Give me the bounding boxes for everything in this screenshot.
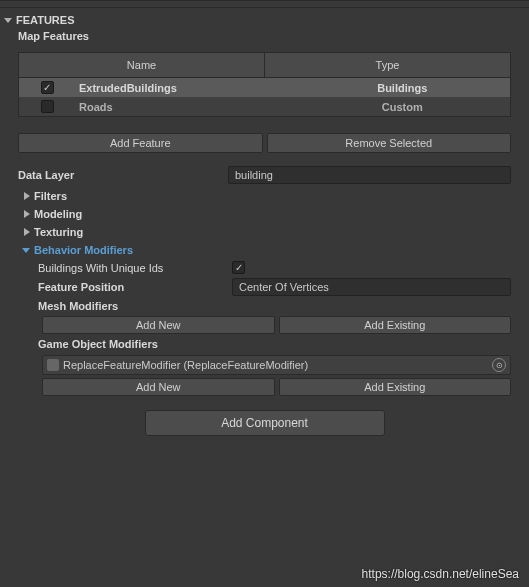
filters-label: Filters [34, 190, 67, 202]
gameobject-add-existing-button[interactable]: Add Existing [279, 378, 512, 396]
table-row[interactable]: ✓ ExtrudedBuildings Buildings [19, 78, 510, 97]
foldout-down-icon [4, 18, 12, 23]
table-row[interactable]: Roads Custom [19, 97, 510, 116]
row-type: Buildings [295, 82, 511, 94]
gameobject-modifiers-label: Game Object Modifiers [38, 338, 232, 350]
texturing-foldout[interactable]: Texturing [0, 223, 529, 241]
data-layer-label: Data Layer [18, 169, 228, 181]
gameobject-add-new-button[interactable]: Add New [42, 378, 275, 396]
foldout-right-icon [24, 210, 30, 218]
th-name[interactable]: Name [19, 53, 265, 77]
scriptable-object-icon [47, 359, 59, 371]
row-checkbox[interactable]: ✓ [41, 81, 54, 94]
mesh-add-new-button[interactable]: Add New [42, 316, 275, 334]
modeling-label: Modeling [34, 208, 82, 220]
add-component-button[interactable]: Add Component [145, 410, 385, 436]
row-name: ExtrudedBuildings [75, 82, 295, 94]
row-name: Roads [75, 101, 295, 113]
foldout-right-icon [24, 228, 30, 236]
remove-selected-button[interactable]: Remove Selected [267, 133, 512, 153]
foldout-down-icon [22, 248, 30, 253]
section-title: FEATURES [16, 14, 74, 26]
watermark: https://blog.csdn.net/elineSea [362, 567, 519, 581]
behavior-label: Behavior Modifiers [34, 244, 133, 256]
modifier-object-text: ReplaceFeatureModifier (ReplaceFeatureMo… [63, 359, 492, 371]
texturing-label: Texturing [34, 226, 83, 238]
table-header: Name Type [19, 53, 510, 78]
map-features-subtitle: Map Features [0, 28, 529, 48]
unique-ids-checkbox[interactable]: ✓ [232, 261, 245, 274]
row-checkbox[interactable] [41, 100, 54, 113]
unique-ids-label: Buildings With Unique Ids [38, 262, 232, 274]
mesh-modifiers-label: Mesh Modifiers [38, 300, 232, 312]
behavior-foldout[interactable]: Behavior Modifiers [0, 241, 529, 259]
row-type: Custom [295, 101, 511, 113]
add-feature-button[interactable]: Add Feature [18, 133, 263, 153]
mesh-add-existing-button[interactable]: Add Existing [279, 316, 512, 334]
th-type[interactable]: Type [265, 53, 510, 77]
data-layer-dropdown[interactable]: building [228, 166, 511, 184]
object-picker-icon[interactable]: ⊙ [492, 358, 506, 372]
filters-foldout[interactable]: Filters [0, 187, 529, 205]
features-header[interactable]: FEATURES [0, 8, 529, 28]
feature-position-label: Feature Position [38, 281, 232, 293]
foldout-right-icon [24, 192, 30, 200]
modeling-foldout[interactable]: Modeling [0, 205, 529, 223]
feature-position-dropdown[interactable]: Center Of Vertices [232, 278, 511, 296]
features-table: Name Type ✓ ExtrudedBuildings Buildings … [18, 52, 511, 117]
modifier-object-field[interactable]: ReplaceFeatureModifier (ReplaceFeatureMo… [42, 355, 511, 375]
